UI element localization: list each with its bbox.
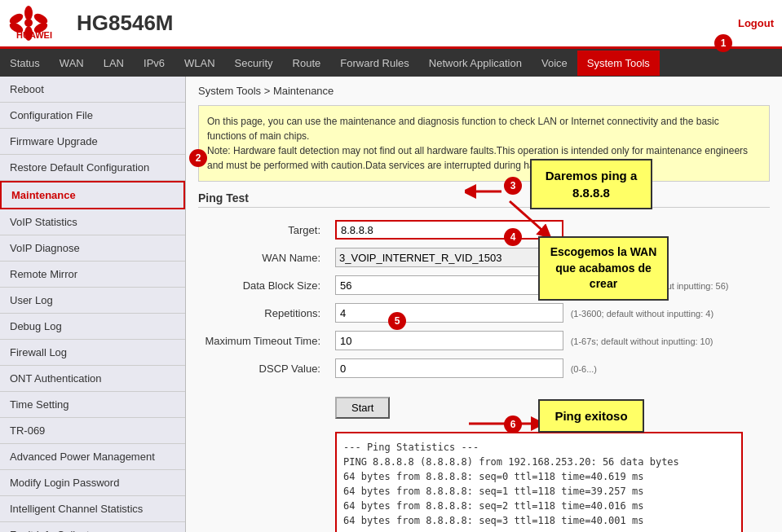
ping-form: Target: WAN Name: 3_VOIP_INTERNET_R_VID_… (198, 216, 770, 382)
sidebar-config-file[interactable]: Configuration File (0, 103, 185, 129)
badge-1: 1 (714, 34, 732, 52)
logo-area: HUAWEI (8, 5, 52, 42)
svg-point-0 (24, 6, 33, 20)
sidebar-advanced-power[interactable]: Advanced Power Management (0, 444, 185, 470)
ping-line-2: PING 8.8.8.8 (8.8.8.8) from 192.168.253.… (343, 456, 679, 468)
annotation-ping-bubble: Daremos ping a 8.8.8.8 (530, 159, 652, 209)
info-box: On this page, you can use the maintenanc… (198, 105, 770, 182)
ping-output: --- Ping Statistics --- PING 8.8.8.8 (8.… (335, 432, 743, 532)
repetitions-label: Repetitions: (198, 299, 329, 327)
block-size-row: Data Block Size: (32-65500; default with… (198, 271, 770, 299)
nav-lan[interactable]: LAN (94, 51, 134, 76)
sidebar-debug-log[interactable]: Debug Log (0, 314, 185, 340)
block-size-label: Data Block Size: (198, 271, 329, 299)
info-line2: Note: Hardware fault detection may not f… (207, 145, 748, 171)
wan-label: WAN Name: (198, 244, 329, 271)
nav-voice[interactable]: Voice (532, 51, 577, 76)
sidebar-intelligent-channel[interactable]: Intelligent Channel Statistics (0, 496, 185, 522)
breadcrumb: System Tools > Maintenance (198, 85, 770, 97)
sidebar-voip-stats[interactable]: VoIP Statistics (0, 209, 185, 235)
wan-name-row: WAN Name: 3_VOIP_INTERNET_R_VID_1503 1_T… (198, 244, 770, 271)
annotation-success-bubble: Ping exitoso (538, 399, 644, 433)
ping-line-5: 64 bytes from 8.8.8.8: seq=2 ttl=118 tim… (343, 500, 643, 512)
sidebar-firewall-log[interactable]: Firewall Log (0, 340, 185, 366)
nav-wlan[interactable]: WLAN (175, 51, 225, 76)
badge-2: 2 (189, 149, 207, 167)
page-wrapper: HUAWEI HG8546M Logout Status WAN LAN IPv… (0, 0, 782, 532)
target-label: Target: (198, 216, 329, 244)
repetitions-row: Repetitions: (1-3600; default without in… (198, 299, 770, 327)
nav-status[interactable]: Status (0, 51, 50, 76)
nav-forward-rules[interactable]: Forward Rules (330, 51, 419, 76)
timeout-input[interactable] (335, 331, 563, 350)
repetitions-input[interactable] (335, 303, 563, 323)
wan-select[interactable]: 3_VOIP_INTERNET_R_VID_1503 1_TR069_R_VID… (335, 248, 572, 267)
nav-ipv6[interactable]: IPv6 (134, 51, 175, 76)
header: HUAWEI HG8546M Logout (0, 0, 782, 49)
nav-system-tools[interactable]: System Tools (577, 51, 660, 76)
nav-wan[interactable]: WAN (50, 51, 94, 76)
sidebar-tr069[interactable]: TR-069 (0, 418, 185, 444)
nav-route[interactable]: Route (283, 51, 331, 76)
ping-line-6: 64 bytes from 8.8.8.8: seq=3 ttl=118 tim… (343, 515, 643, 526)
nav-network-app[interactable]: Network Application (419, 51, 532, 76)
sidebar-ont-auth[interactable]: ONT Authentication (0, 366, 185, 392)
start-button[interactable]: Start (335, 397, 390, 419)
badge-4: 4 (504, 228, 522, 246)
ping-line-3: 64 bytes from 8.8.8.8: seq=0 ttl=118 tim… (343, 471, 643, 482)
sidebar-reboot[interactable]: Reboot (0, 77, 185, 103)
block-size-input[interactable] (335, 275, 563, 295)
badge-3: 3 (504, 177, 522, 195)
info-line1: On this page, you can use the maintenanc… (207, 116, 719, 142)
badge-5: 5 (388, 312, 406, 330)
sidebar-voip-diagnose[interactable]: VoIP Diagnose (0, 235, 185, 262)
sidebar-modify-password[interactable]: Modify Login Password (0, 470, 185, 496)
badge-6: 6 (504, 415, 522, 433)
arrow-3 (465, 183, 506, 200)
sidebar-restore-default[interactable]: Restore Default Configuration (0, 155, 185, 181)
sidebar-fault-info[interactable]: Fault Info Collect (0, 522, 185, 532)
timeout-row: Maximum Timeout Time: (1-67s; default wi… (198, 327, 770, 354)
nav-security[interactable]: Security (225, 51, 283, 76)
dscp-hint: (0-6...) (571, 364, 597, 374)
sidebar: Reboot Configuration File Firmware Upgra… (0, 77, 186, 532)
sidebar-remote-mirror[interactable]: Remote Mirror (0, 262, 185, 288)
repetitions-hint: (1-3600; default without inputting: 4) (571, 309, 714, 319)
sidebar-firmware[interactable]: Firmware Upgrade (0, 129, 185, 155)
main-layout: Reboot Configuration File Firmware Upgra… (0, 77, 782, 532)
dscp-row: DSCP Value: (0-6...) (198, 354, 770, 382)
product-name: HG8546M (77, 11, 174, 36)
sidebar-time-setting[interactable]: Time Setting (0, 392, 185, 418)
sidebar-maintenance[interactable]: Maintenance (0, 181, 185, 209)
timeout-label: Maximum Timeout Time: (198, 327, 329, 354)
ping-line-1: --- Ping Statistics --- (343, 442, 479, 453)
navbar: Status WAN LAN IPv6 WLAN Security Route … (0, 49, 782, 77)
target-row: Target: (198, 216, 770, 244)
ping-line-4: 64 bytes from 8.8.8.8: seq=1 ttl=118 tim… (343, 486, 643, 497)
sidebar-user-log[interactable]: User Log (0, 288, 185, 314)
timeout-hint: (1-67s; default without inputting: 10) (571, 336, 714, 346)
brand-name: HUAWEI (16, 30, 52, 40)
annotation-wan-bubble: Escogemos la WAN que acabamos de crear (538, 236, 669, 301)
dscp-input[interactable] (335, 358, 563, 378)
dscp-label: DSCP Value: (198, 354, 329, 382)
content-area: System Tools > Maintenance On this page,… (186, 77, 782, 532)
svg-point-6 (24, 19, 33, 27)
logout-button[interactable]: Logout (738, 17, 774, 29)
